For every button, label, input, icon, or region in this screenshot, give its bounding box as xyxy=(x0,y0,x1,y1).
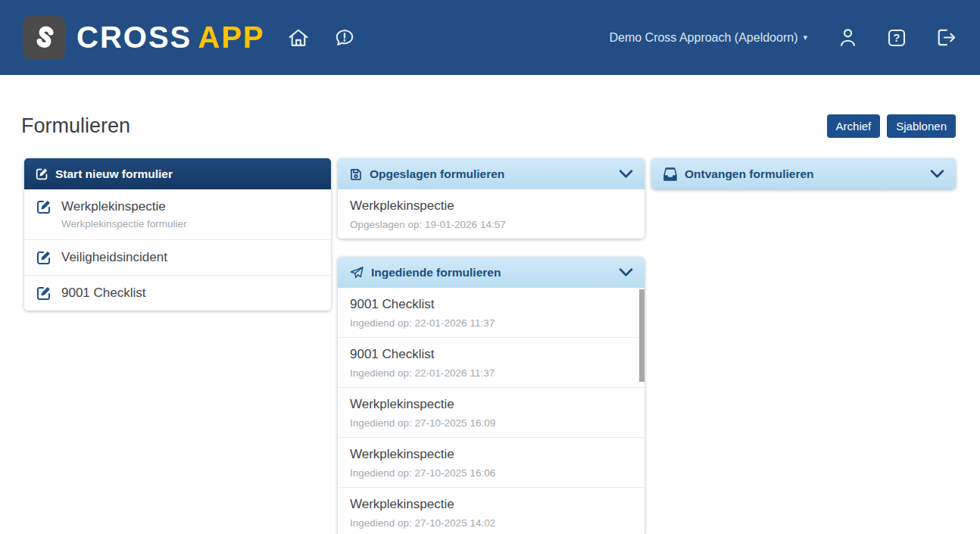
list-item[interactable]: 9001 Checklist Ingediend op: 22-01-2026 … xyxy=(338,288,644,338)
submitted-form-title: Werkplekinspectie xyxy=(350,446,632,463)
submitted-form-timestamp: Ingediend op: 22-01-2026 11:37 xyxy=(350,367,632,379)
logout-icon[interactable] xyxy=(934,26,957,49)
column-start: Start nieuw formulier Werkplekinspectie … xyxy=(24,158,331,329)
edit-icon xyxy=(36,286,51,301)
page-head: Formulieren Archief Sjablonen xyxy=(0,75,980,138)
save-icon xyxy=(349,167,363,181)
help-icon[interactable]: ? xyxy=(885,27,908,49)
received-panel-title: Ontvangen formulieren xyxy=(685,167,814,181)
templates-button[interactable]: Sjablonen xyxy=(887,114,956,138)
brand-wordmark: CROSSAPP xyxy=(76,20,265,55)
submitted-panel: Ingediende formulieren 9001 Checklist In… xyxy=(338,257,644,534)
start-panel-header: Start nieuw formulier xyxy=(24,158,331,189)
app-logo[interactable] xyxy=(23,16,66,59)
chat-alert-icon[interactable] xyxy=(333,27,356,49)
archive-button[interactable]: Archief xyxy=(827,114,881,138)
start-panel: Start nieuw formulier Werkplekinspectie … xyxy=(24,158,331,311)
paper-plane-icon xyxy=(349,265,364,280)
scrollbar[interactable] xyxy=(639,289,644,382)
saved-panel-title: Opgeslagen formulieren xyxy=(370,167,504,181)
column-middle: Opgeslagen formulieren Werkplekinspectie… xyxy=(338,158,644,534)
submitted-panel-title: Ingediende formulieren xyxy=(371,266,501,279)
list-item[interactable]: Werkplekinspectie Ingediend op: 27-10-20… xyxy=(338,438,644,488)
submitted-panel-header[interactable]: Ingediende formulieren xyxy=(338,257,644,288)
saved-form-timestamp: Opgeslagen op: 19-01-2026 14:57 xyxy=(350,218,632,231)
submitted-list: 9001 Checklist Ingediend op: 22-01-2026 … xyxy=(338,288,644,534)
chevron-down-icon[interactable] xyxy=(619,268,633,276)
submitted-form-timestamp: Ingediend op: 27-10-2025 16:09 xyxy=(350,417,632,429)
submitted-form-title: Werkplekinspectie xyxy=(350,496,632,513)
account-label: Demo Cross Approach (Apeldoorn) xyxy=(609,31,797,45)
list-item[interactable]: 9001 Checklist xyxy=(24,276,331,311)
form-template-title: Veiligheidsincident xyxy=(61,249,167,266)
form-template-title: 9001 Checklist xyxy=(61,285,146,301)
edit-icon xyxy=(36,167,48,180)
start-panel-title: Start nieuw formulier xyxy=(55,167,173,181)
submitted-form-title: 9001 Checklist xyxy=(350,346,632,363)
list-item[interactable]: Veiligheidsincident xyxy=(24,240,331,276)
submitted-form-timestamp: Ingediend op: 27-10-2025 14:02 xyxy=(350,517,632,529)
submitted-form-title: Werkplekinspectie xyxy=(350,396,632,413)
brand-app: APP xyxy=(198,20,264,54)
submitted-form-timestamp: Ingediend op: 27-10-2025 16:06 xyxy=(350,467,632,479)
edit-icon xyxy=(36,199,51,214)
topbar-right: Demo Cross Approach (Apeldoorn) ▾ ? xyxy=(609,26,957,49)
list-item[interactable]: Werkplekinspectie Ingediend op: 27-10-20… xyxy=(338,488,644,534)
swirl-logo-icon xyxy=(29,22,61,54)
received-panel: Ontvangen formulieren xyxy=(651,158,956,189)
svg-text:?: ? xyxy=(894,32,900,44)
list-item[interactable]: Werkplekinspectie Opgeslagen op: 19-01-2… xyxy=(338,189,644,239)
inbox-icon xyxy=(663,167,678,182)
form-template-title: Werkplekinspectie xyxy=(61,198,166,215)
chevron-down-icon[interactable] xyxy=(619,170,633,178)
saved-panel: Opgeslagen formulieren Werkplekinspectie… xyxy=(338,158,644,239)
columns: Start nieuw formulier Werkplekinspectie … xyxy=(0,158,980,534)
caret-down-icon: ▾ xyxy=(803,33,807,42)
chevron-down-icon[interactable] xyxy=(930,170,944,178)
list-item[interactable]: 9001 Checklist Ingediend op: 22-01-2026 … xyxy=(338,338,644,388)
list-item[interactable]: Werkplekinspectie Werkplekinspectie form… xyxy=(24,189,331,240)
list-item[interactable]: Werkplekinspectie Ingediend op: 27-10-20… xyxy=(338,388,644,438)
submitted-form-title: 9001 Checklist xyxy=(350,296,632,313)
start-list: Werkplekinspectie Werkplekinspectie form… xyxy=(24,189,331,311)
edit-icon xyxy=(36,250,51,265)
brand-cross: CROSS xyxy=(76,20,192,54)
saved-form-title: Werkplekinspectie xyxy=(350,198,632,214)
form-template-subtitle: Werkplekinspectie formulier xyxy=(61,217,319,230)
saved-list: Werkplekinspectie Opgeslagen op: 19-01-2… xyxy=(338,189,644,239)
page-title: Formulieren xyxy=(21,114,820,138)
received-panel-header[interactable]: Ontvangen formulieren xyxy=(651,158,956,189)
user-icon[interactable] xyxy=(836,26,860,49)
column-received: Ontvangen formulieren xyxy=(651,158,956,208)
home-icon[interactable] xyxy=(286,26,311,50)
topbar: CROSSAPP Demo Cross Approach (Apeldoorn)… xyxy=(0,0,980,75)
submitted-form-timestamp: Ingediend op: 22-01-2026 11:37 xyxy=(350,317,632,329)
account-dropdown[interactable]: Demo Cross Approach (Apeldoorn) ▾ xyxy=(609,31,807,45)
saved-panel-header[interactable]: Opgeslagen formulieren xyxy=(338,158,644,189)
